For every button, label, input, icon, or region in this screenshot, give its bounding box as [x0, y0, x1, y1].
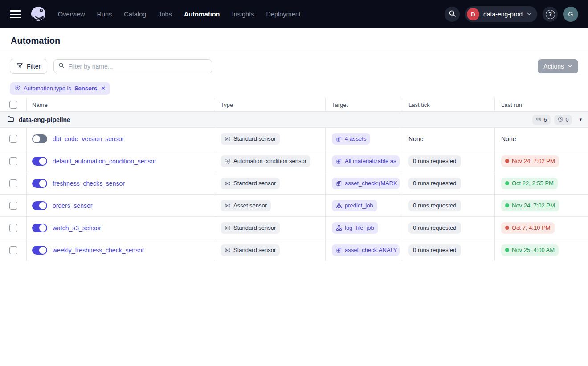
sensor-enabled-toggle[interactable] [32, 179, 47, 188]
target-badge[interactable]: All materializable as [332, 155, 400, 167]
help-button[interactable]: ? [543, 7, 558, 22]
row-checkbox[interactable] [9, 246, 17, 254]
last-run-badge[interactable]: Nov 24, 7:02 PM [501, 155, 559, 167]
automation-condition-icon [14, 85, 20, 92]
name-filter-input[interactable] [68, 63, 207, 70]
sensor-enabled-toggle[interactable] [32, 224, 47, 232]
last-run-badge[interactable]: Oct 22, 2:55 PM [501, 178, 558, 189]
last-tick-badge: 0 runs requested [408, 155, 461, 167]
target-badge[interactable]: 4 assets [332, 133, 370, 145]
nav-item-automation[interactable]: Automation [184, 11, 220, 18]
collapse-caret-icon[interactable]: ▾ [579, 117, 582, 122]
deployment-switcher[interactable]: D data-eng-prod [465, 6, 537, 22]
sensor-name-link[interactable]: watch_s3_sensor [53, 224, 101, 232]
nav-item-insights[interactable]: Insights [232, 11, 254, 18]
table-row: watch_s3_sensorStandard sensorlog_file_j… [0, 217, 588, 239]
user-avatar[interactable]: G [563, 7, 578, 22]
search-icon [58, 62, 65, 70]
nav-item-overview[interactable]: Overview [58, 11, 85, 18]
sensor-enabled-toggle[interactable] [32, 134, 47, 143]
row-checkbox[interactable] [9, 157, 17, 165]
row-checkbox[interactable] [9, 224, 17, 232]
toolbar: Filter Actions [0, 53, 588, 79]
sensor-enabled-toggle[interactable] [32, 201, 47, 210]
column-header-target: Target [326, 98, 402, 111]
code-location-group-row[interactable]: data-eng-pipeline 6 0 ▾ [0, 112, 588, 128]
table-row: weekly_freshness_check_sensorStandard se… [0, 239, 588, 261]
last-tick-badge: 0 runs requested [408, 200, 461, 211]
code-location-name: data-eng-pipeline [19, 116, 70, 123]
close-icon[interactable]: ✕ [101, 85, 106, 92]
nav-item-runs[interactable]: Runs [97, 11, 112, 18]
sensor-name-link[interactable]: weekly_freshness_check_sensor [53, 247, 144, 254]
target-badge[interactable]: asset_check:(MARK [332, 178, 400, 189]
sensor-icon [225, 247, 231, 253]
job-icon [336, 225, 342, 231]
column-header-last-run: Last run [495, 98, 588, 111]
name-filter-box [53, 59, 212, 73]
run-status-dot [505, 248, 509, 252]
last-run-badge[interactable]: Nov 25, 4:00 AM [501, 244, 559, 256]
asset-icon [336, 136, 342, 142]
chevron-down-icon [527, 10, 532, 18]
filter-tag-automation-type[interactable]: Automation type is Sensors ✕ [10, 82, 110, 95]
primary-nav: OverviewRunsCatalogJobsAutomationInsight… [58, 11, 301, 18]
asset-icon [336, 247, 342, 253]
search-button[interactable] [445, 7, 460, 22]
help-icon: ? [546, 10, 555, 19]
sensor-icon [536, 116, 542, 123]
last-run-value: None [501, 135, 516, 142]
run-status-dot [505, 181, 509, 185]
title-bar: Automation [0, 28, 588, 53]
target-badge[interactable]: asset_check:ANALY [332, 244, 400, 256]
sensor-enabled-toggle[interactable] [32, 157, 47, 166]
table-row: orders_sensorAsset sensorpredict_job0 ru… [0, 195, 588, 217]
sensor-enabled-toggle[interactable] [32, 246, 47, 255]
filter-button[interactable]: Filter [10, 59, 47, 74]
top-nav: OverviewRunsCatalogJobsAutomationInsight… [0, 0, 588, 28]
target-badge[interactable]: predict_job [332, 200, 377, 211]
dagster-logo[interactable] [29, 5, 47, 23]
funnel-icon [16, 62, 23, 70]
table-row: freshness_checks_sensorStandard sensoras… [0, 172, 588, 195]
row-checkbox[interactable] [9, 179, 17, 187]
sensor-icon [225, 225, 231, 231]
last-run-badge[interactable]: Nov 24, 7:02 PM [501, 200, 559, 211]
type-badge: Standard sensor [220, 222, 280, 234]
type-badge: Standard sensor [220, 244, 280, 256]
job-icon [336, 203, 342, 209]
run-status-dot [505, 159, 509, 163]
nav-item-deployment[interactable]: Deployment [266, 11, 300, 18]
run-status-dot [505, 203, 509, 207]
last-tick-badge: 0 runs requested [408, 244, 461, 256]
sensor-count-badge: 6 [532, 115, 551, 125]
table-row: dbt_code_version_sensorStandard sensor4 … [0, 128, 588, 150]
last-tick-value: None [408, 135, 423, 142]
sensor-name-link[interactable]: default_automation_condition_sensor [53, 158, 156, 165]
active-filters-row: Automation type is Sensors ✕ [0, 79, 588, 98]
target-badge[interactable]: log_file_job [332, 222, 378, 234]
type-badge: Standard sensor [220, 178, 280, 189]
sensor-name-link[interactable]: dbt_code_version_sensor [53, 135, 124, 142]
select-all-checkbox[interactable] [9, 101, 17, 109]
column-header-type: Type [214, 98, 326, 111]
schedule-count-badge: 0 [554, 115, 572, 125]
last-run-badge[interactable]: Oct 7, 4:10 PM [501, 222, 555, 234]
sensor-icon [225, 203, 231, 209]
nav-item-catalog[interactable]: Catalog [124, 11, 146, 18]
actions-button[interactable]: Actions [538, 59, 578, 73]
sensor-icon [225, 136, 231, 142]
sensor-name-link[interactable]: freshness_checks_sensor [53, 180, 125, 187]
row-checkbox[interactable] [9, 135, 17, 143]
sensor-icon [225, 180, 231, 187]
sensor-name-link[interactable]: orders_sensor [53, 202, 93, 209]
hamburger-menu-icon[interactable] [10, 10, 21, 18]
type-badge: Automation condition sensor [220, 155, 310, 167]
nav-item-jobs[interactable]: Jobs [158, 11, 172, 18]
row-checkbox[interactable] [9, 202, 17, 210]
clock-icon [558, 116, 564, 123]
filter-tag-text: Automation type is [24, 85, 71, 92]
page-title: Automation [11, 36, 60, 46]
filter-tag-value: Sensors [74, 85, 97, 92]
last-tick-badge: 0 runs requested [408, 178, 461, 189]
